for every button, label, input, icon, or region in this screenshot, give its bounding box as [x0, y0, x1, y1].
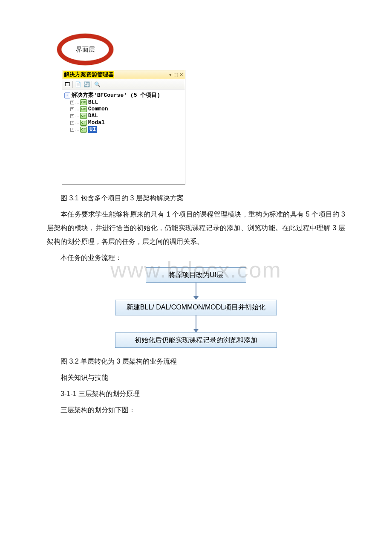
tree-item-label: DAL	[88, 113, 98, 119]
panel-title: 解决方案资源管理器	[63, 71, 114, 78]
close-icon[interactable]: ✕	[179, 72, 183, 78]
solution-explorer-panel: 解决方案资源管理器 ▾ ⬚ ✕ 🗔 📄 🔄 🔍 ▫ 解决方案'BFCourse'…	[62, 70, 185, 185]
tree-root-suffix: (5 个项目)	[130, 92, 160, 98]
tree-item-dal[interactable]: +… C# DAL	[64, 113, 182, 119]
toolbar-btn-refresh[interactable]: 🔄	[83, 81, 90, 88]
flow-step-1: 将原项目改为UI层	[146, 267, 246, 283]
expand-icon[interactable]: +	[70, 107, 74, 111]
tree-item-bll[interactable]: +… C# BLL	[64, 99, 182, 106]
csproj-icon: C#	[80, 113, 87, 119]
figure-caption-3-2: 图 3.2 单层转化为 3 层架构的业务流程	[47, 355, 345, 368]
toolbar-btn-search[interactable]: 🔍	[93, 81, 101, 88]
task-description: 本任务要求学生能够将原来的只有 1 个项目的课程管理模块，重构为标准的具有 5 …	[47, 208, 345, 249]
flow-step-3: 初始化后仍能实现课程记录的浏览和添加	[115, 332, 277, 348]
panel-title-bar: 解决方案资源管理器 ▾ ⬚ ✕	[62, 70, 185, 79]
expand-icon[interactable]: +	[70, 101, 74, 104]
pin-icon[interactable]: ⬚	[173, 72, 178, 78]
csproj-icon: C#	[80, 127, 87, 133]
tree-item-label: Modal	[88, 119, 105, 126]
tree-root-prefix: 解决方案	[72, 92, 94, 98]
flowchart: 将原项目改为UI层 新建BLL/ DAL/COMMON/MODL项目并初始化 初…	[115, 267, 277, 348]
tree-item-ui[interactable]: +… C# UI	[64, 126, 182, 133]
tree-item-common[interactable]: +… C# Common	[64, 106, 182, 113]
tree-root[interactable]: ▫ 解决方案'BFCourse' (5 个项目)	[64, 92, 182, 99]
section-3-1-1: 3-1-1 三层架构的划分原理	[47, 387, 345, 401]
tree-item-label: BLL	[88, 99, 98, 106]
dropdown-icon[interactable]: ▾	[169, 72, 172, 78]
oval-label: 界面层	[62, 38, 109, 61]
section-related-knowledge: 相关知识与技能	[47, 371, 345, 384]
tree-item-label: Common	[88, 106, 108, 113]
toolbar-separator	[72, 81, 73, 88]
flow-intro: 本任务的业务流程：	[47, 251, 345, 265]
toolbar-separator	[92, 81, 92, 88]
flow-arrow	[115, 315, 277, 332]
toolbar-btn-properties[interactable]: 🗔	[63, 81, 71, 88]
csproj-icon: C#	[80, 99, 87, 105]
expand-icon[interactable]: +	[70, 114, 74, 118]
tree-item-label: UI	[88, 126, 98, 133]
figure-caption-3-1: 图 3.1 包含多个项目的 3 层架构解决方案	[47, 191, 345, 205]
section-figure-intro: 三层架构的划分如下图：	[47, 403, 345, 417]
expand-icon[interactable]: +	[70, 121, 74, 125]
flow-step-2: 新建BLL/ DAL/COMMON/MODL项目并初始化	[115, 300, 277, 315]
tree-root-name: 'BFCourse'	[94, 92, 127, 98]
solution-icon: ▫	[64, 92, 70, 98]
csproj-icon: C#	[80, 120, 87, 126]
toolbar-btn-show-all[interactable]: 📄	[74, 81, 82, 88]
tree-item-modal[interactable]: +… C# Modal	[64, 119, 182, 126]
csproj-icon: C#	[80, 106, 87, 112]
solution-tree: ▫ 解决方案'BFCourse' (5 个项目) +… C# BLL +… C#…	[62, 90, 185, 184]
panel-toolbar: 🗔 📄 🔄 🔍	[62, 79, 185, 90]
flow-arrow	[115, 283, 277, 300]
expand-icon[interactable]: +	[70, 128, 74, 132]
